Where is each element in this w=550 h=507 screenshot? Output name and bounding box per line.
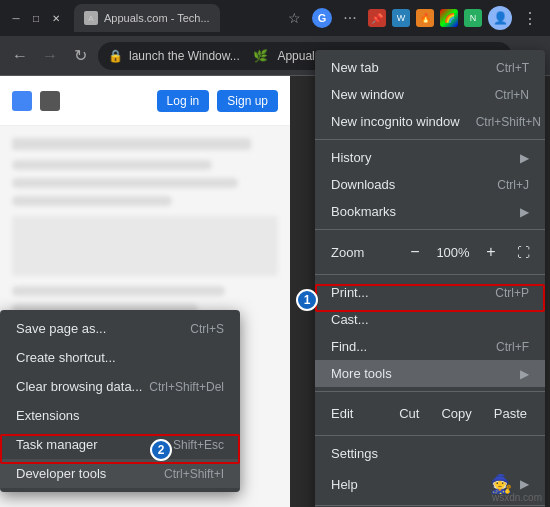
save-page-label: Save page as...	[16, 321, 106, 336]
profile-avatar[interactable]: 👤	[488, 6, 512, 30]
extensions-label: Extensions	[16, 408, 80, 423]
new-tab-shortcut: Ctrl+T	[496, 61, 529, 75]
developer-tools-label: Developer tools	[16, 466, 106, 481]
window-controls: ─ □ ✕	[8, 10, 64, 26]
watermark: wsxdn.com	[492, 492, 542, 503]
browser-titlebar: ─ □ ✕ A Appuals.com - Tech... ☆ G ··· 📌 …	[0, 0, 550, 36]
zoom-increase-button[interactable]: +	[477, 238, 505, 266]
new-window-menu-item[interactable]: New window Ctrl+N	[315, 81, 545, 108]
edit-label: Edit	[323, 406, 387, 421]
site-logo	[12, 91, 32, 111]
task-manager-menu-item[interactable]: Task manager Shift+Esc	[0, 430, 240, 459]
history-menu-item[interactable]: History ▶	[315, 144, 545, 171]
refresh-icon[interactable]: ↻	[68, 44, 92, 68]
google-icon[interactable]: G	[312, 8, 332, 28]
site-login-button[interactable]: Log in	[157, 90, 210, 112]
save-page-shortcut: Ctrl+S	[190, 322, 224, 336]
menu-divider-4	[315, 391, 545, 392]
cast-label: Cast...	[331, 312, 529, 327]
create-shortcut-menu-item[interactable]: Create shortcut...	[0, 343, 240, 372]
more-tools-menu-item[interactable]: More tools ▶	[315, 360, 545, 387]
print-menu-item[interactable]: Print... Ctrl+P	[315, 279, 545, 306]
ext-red-icon[interactable]: 📌	[368, 9, 386, 27]
create-shortcut-label: Create shortcut...	[16, 350, 116, 365]
new-window-shortcut: Ctrl+N	[495, 88, 529, 102]
ext-orange-icon[interactable]: 🔥	[416, 9, 434, 27]
developer-tools-menu-item[interactable]: Developer tools Ctrl+Shift+I	[0, 459, 240, 488]
new-tab-label: New tab	[331, 60, 480, 75]
tab-title: Appuals.com - Tech...	[104, 12, 210, 24]
downloads-label: Downloads	[331, 177, 481, 192]
history-label: History	[331, 150, 512, 165]
bookmarks-label: Bookmarks	[331, 204, 512, 219]
close-button[interactable]: ✕	[48, 10, 64, 26]
more-tools-label: More tools	[331, 366, 512, 381]
menu-divider-6	[315, 505, 545, 506]
task-manager-label: Task manager	[16, 437, 98, 452]
new-incognito-menu-item[interactable]: New incognito window Ctrl+Shift+N	[315, 108, 545, 135]
clear-browsing-label: Clear browsing data...	[16, 379, 142, 394]
zoom-label: Zoom	[323, 245, 397, 260]
main-context-menu: New tab Ctrl+T New window Ctrl+N New inc…	[315, 50, 545, 507]
extensions-menu-item[interactable]: Extensions	[0, 401, 240, 430]
site-signup-button[interactable]: Sign up	[217, 90, 278, 112]
website-header: Log in Sign up	[0, 76, 290, 126]
paste-button[interactable]: Paste	[484, 402, 537, 425]
bookmarks-arrow-icon: ▶	[520, 205, 529, 219]
zoom-decrease-button[interactable]: −	[401, 238, 429, 266]
zoom-fullscreen-button[interactable]: ⛶	[509, 238, 537, 266]
minimize-button[interactable]: ─	[8, 10, 24, 26]
browser-tab[interactable]: A Appuals.com - Tech...	[74, 4, 220, 32]
find-menu-item[interactable]: Find... Ctrl+F	[315, 333, 545, 360]
clear-browsing-menu-item[interactable]: Clear browsing data... Ctrl+Shift+Del	[0, 372, 240, 401]
downloads-shortcut: Ctrl+J	[497, 178, 529, 192]
star-icon[interactable]: ☆	[282, 6, 306, 30]
menu-divider-1	[315, 139, 545, 140]
copy-button[interactable]: Copy	[431, 402, 481, 425]
back-icon[interactable]: ←	[8, 44, 32, 68]
cast-menu-item[interactable]: Cast...	[315, 306, 545, 333]
help-arrow-icon: ▶	[520, 477, 529, 491]
new-window-label: New window	[331, 87, 479, 102]
task-manager-shortcut: Shift+Esc	[173, 438, 224, 452]
clear-browsing-shortcut: Ctrl+Shift+Del	[149, 380, 224, 394]
menu-divider-2	[315, 229, 545, 230]
menu-divider-5	[315, 435, 545, 436]
forward-icon[interactable]: →	[38, 44, 62, 68]
help-label: Help	[331, 477, 470, 492]
find-shortcut: Ctrl+F	[496, 340, 529, 354]
maximize-button[interactable]: □	[28, 10, 44, 26]
print-label: Print...	[331, 285, 479, 300]
badge-1: 1	[296, 289, 318, 311]
site-body	[0, 126, 290, 334]
ext-blue-icon[interactable]: W	[392, 9, 410, 27]
new-incognito-shortcut: Ctrl+Shift+N	[476, 115, 541, 129]
edit-row: Edit Cut Copy Paste	[315, 396, 545, 431]
zoom-control-row: Zoom − 100% + ⛶	[315, 234, 545, 270]
find-label: Find...	[331, 339, 480, 354]
new-incognito-label: New incognito window	[331, 114, 460, 129]
settings-label: Settings	[331, 446, 529, 461]
zoom-value-display: 100%	[433, 245, 473, 260]
browser-window: ─ □ ✕ A Appuals.com - Tech... ☆ G ··· 📌 …	[0, 0, 550, 507]
settings-menu-item[interactable]: Settings	[315, 440, 545, 467]
cut-button[interactable]: Cut	[389, 402, 429, 425]
save-page-menu-item[interactable]: Save page as... Ctrl+S	[0, 314, 240, 343]
new-tab-menu-item[interactable]: New tab Ctrl+T	[315, 54, 545, 81]
ext-rainbow-icon[interactable]: 🌈	[440, 9, 458, 27]
developer-tools-shortcut: Ctrl+Shift+I	[164, 467, 224, 481]
print-shortcut: Ctrl+P	[495, 286, 529, 300]
history-arrow-icon: ▶	[520, 151, 529, 165]
more-tools-arrow-icon: ▶	[520, 367, 529, 381]
dots-extension-icon[interactable]: ···	[338, 6, 362, 30]
bookmarks-menu-item[interactable]: Bookmarks ▶	[315, 198, 545, 225]
menu-divider-3	[315, 274, 545, 275]
downloads-menu-item[interactable]: Downloads Ctrl+J	[315, 171, 545, 198]
ext-green-icon[interactable]: N	[464, 9, 482, 27]
left-context-menu: Save page as... Ctrl+S Create shortcut..…	[0, 310, 240, 492]
badge-2: 2	[150, 439, 172, 461]
tab-favicon: A	[84, 11, 98, 25]
more-options-icon[interactable]: ⋮	[518, 6, 542, 30]
